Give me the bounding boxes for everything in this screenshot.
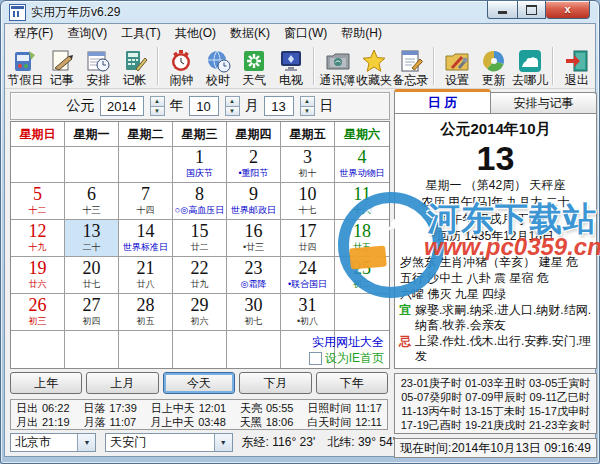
- lunar-or-festival-label: •廿三: [227, 242, 280, 253]
- day-cell-14[interactable]: 14世界标准日: [119, 220, 173, 257]
- minimize-button[interactable]: [487, 1, 518, 19]
- year-input[interactable]: [100, 96, 144, 116]
- exit-button[interactable]: 退出: [558, 44, 595, 87]
- day-spinner[interactable]: ▲▼: [300, 96, 315, 116]
- month-spinner[interactable]: ▲▼: [225, 96, 240, 116]
- update-button[interactable]: 更新: [475, 44, 512, 87]
- close-button[interactable]: x: [546, 1, 590, 19]
- timesync-button[interactable]: 校时: [200, 44, 237, 87]
- day-cell-11[interactable]: 11十八: [335, 183, 389, 220]
- tv-button[interactable]: 电视: [273, 44, 310, 87]
- day-number: 11: [335, 183, 389, 205]
- day-number: 23: [227, 257, 280, 279]
- homepage-checkbox[interactable]: [309, 352, 322, 365]
- day-cell-16[interactable]: 16•廿三: [227, 220, 281, 257]
- menu-item-6[interactable]: 帮助(H): [334, 24, 389, 43]
- menu-item-5[interactable]: 窗口(W): [277, 24, 334, 43]
- weather-button[interactable]: 天气: [236, 44, 273, 87]
- prev-month-button[interactable]: 上月: [86, 372, 158, 394]
- day-cell-12[interactable]: 12十九: [11, 220, 65, 257]
- alarm-button[interactable]: 闹钟: [163, 44, 200, 87]
- yi-text: 嫁娶.求嗣.纳采.进人口.纳财.结网.纳畜.牧养.会亲友: [415, 303, 592, 333]
- travel-button[interactable]: 去哪儿: [512, 44, 549, 87]
- panel-date-line: 回历 1435年12月18日: [395, 228, 596, 245]
- tab-calendar[interactable]: 日 历: [394, 89, 491, 114]
- day-cell-29[interactable]: 29初六: [173, 294, 227, 331]
- notes-button[interactable]: 记事: [44, 44, 81, 87]
- lunar-or-festival-label: 廿五: [335, 242, 389, 253]
- account-button[interactable]: 记帐: [117, 44, 154, 87]
- day-cell-28[interactable]: 28初五: [119, 294, 173, 331]
- panel-almanac-lines: 岁煞东 生肖冲猪（辛亥） 建星 危五行 沙中土 八卦 震 星宿 危六曜 佛灭 九…: [395, 254, 596, 302]
- day-cell-1[interactable]: 1国庆节: [173, 146, 227, 183]
- day-cell-3[interactable]: 3初十: [281, 146, 335, 183]
- contacts-button[interactable]: 通讯簿: [319, 44, 356, 87]
- day-cell-5[interactable]: 5十二: [11, 183, 65, 220]
- city-select[interactable]: 北京市 ▼: [10, 433, 96, 452]
- menu-item-4[interactable]: 数据(K): [223, 24, 277, 43]
- tab-schedule-notes[interactable]: 安排与记事: [491, 92, 597, 114]
- prev-year-button[interactable]: 上年: [10, 372, 82, 394]
- day-cell-20[interactable]: 20廿七: [65, 257, 119, 294]
- day-cell-2[interactable]: 2•重阳节: [227, 146, 281, 183]
- toolbar-button-label: 设置: [445, 74, 469, 87]
- day-number: 2: [227, 146, 280, 168]
- memo-icon: [398, 47, 424, 74]
- day-cell-4[interactable]: 4世界动物日: [335, 146, 389, 183]
- today-button[interactable]: 今天: [163, 372, 235, 394]
- set-homepage-option[interactable]: 设为IE首页: [309, 350, 384, 366]
- menu-item-3[interactable]: 其他(O): [168, 24, 223, 43]
- day-input[interactable]: [264, 96, 294, 116]
- astro-pair: 日照时间11:17: [307, 401, 382, 415]
- favorites-button[interactable]: 收藏夹: [356, 44, 393, 87]
- day-cell-8[interactable]: 8○◎高血压日: [173, 183, 227, 220]
- maximize-button[interactable]: [518, 1, 546, 19]
- holiday-button[interactable]: 节假日: [7, 44, 44, 87]
- day-cell-30[interactable]: 30初七: [227, 294, 281, 331]
- chevron-down-icon[interactable]: ▼: [77, 434, 95, 451]
- day-cell-23[interactable]: 23◎霜降: [227, 257, 281, 294]
- settings-button[interactable]: 设置: [439, 44, 476, 87]
- day-cell-26[interactable]: 26初三: [11, 294, 65, 331]
- day-cell-7[interactable]: 7十四: [119, 183, 173, 220]
- useful-sites-link[interactable]: 实用网址大全: [309, 334, 384, 350]
- day-cell-19[interactable]: 19廿六: [11, 257, 65, 294]
- close-icon: x: [564, 4, 570, 15]
- astro-label: 月落: [84, 416, 106, 428]
- day-detail-panel: 公元2014年10月 13 星期一 （第42周） 天秤座农历 甲午[马]年 九月…: [394, 113, 597, 369]
- day-cell-22[interactable]: 22廿九: [173, 257, 227, 294]
- menu-item-1[interactable]: 查询(V): [60, 24, 114, 43]
- day-number: 7: [119, 183, 172, 205]
- longitude-value: 116° 23': [272, 435, 315, 449]
- memo-button[interactable]: 备忘录: [392, 44, 429, 87]
- toolbar-button-label: 更新: [482, 74, 506, 87]
- month-input[interactable]: [189, 96, 219, 116]
- day-cell-17[interactable]: 17廿四: [281, 220, 335, 257]
- day-cell-27[interactable]: 27初四: [65, 294, 119, 331]
- chevron-down-icon[interactable]: ▼: [214, 434, 232, 451]
- day-cell-24[interactable]: 24•联合国日: [281, 257, 335, 294]
- day-cell-9[interactable]: 9世界邮政日: [227, 183, 281, 220]
- day-cell-empty: [11, 331, 65, 368]
- next-month-button[interactable]: 下月: [239, 372, 311, 394]
- day-cell-15[interactable]: 15廿二: [173, 220, 227, 257]
- schedule-button[interactable]: 安排: [80, 44, 117, 87]
- day-cell-21[interactable]: 21廿八: [119, 257, 173, 294]
- day-cell-31[interactable]: 31•初八: [281, 294, 335, 331]
- menu-item-2[interactable]: 工具(T): [114, 24, 167, 43]
- day-cell-13[interactable]: 13二十: [65, 220, 119, 257]
- client-area: 程序(F)查询(V)工具(T)其他(O)数据(K)窗口(W)帮助(H) 节假日记…: [4, 23, 596, 457]
- day-cell-10[interactable]: 10十七: [281, 183, 335, 220]
- toolbar-separator: [157, 47, 159, 85]
- day-number: 28: [119, 294, 172, 316]
- menu-item-0[interactable]: 程序(F): [7, 24, 60, 43]
- day-cell-18[interactable]: 18廿五: [335, 220, 389, 257]
- astro-value: 11:07: [110, 416, 137, 428]
- day-cell-6[interactable]: 6十三: [65, 183, 119, 220]
- day-number: 10: [281, 183, 334, 205]
- day-cell-25[interactable]: 25初二: [335, 257, 389, 294]
- weekday-header-row: 星期日星期一星期二星期三星期四星期五星期六: [11, 122, 389, 146]
- next-year-button[interactable]: 下年: [316, 372, 388, 394]
- year-spinner[interactable]: ▲▼: [150, 96, 165, 116]
- landmark-select[interactable]: 天安门 ▼: [105, 433, 232, 452]
